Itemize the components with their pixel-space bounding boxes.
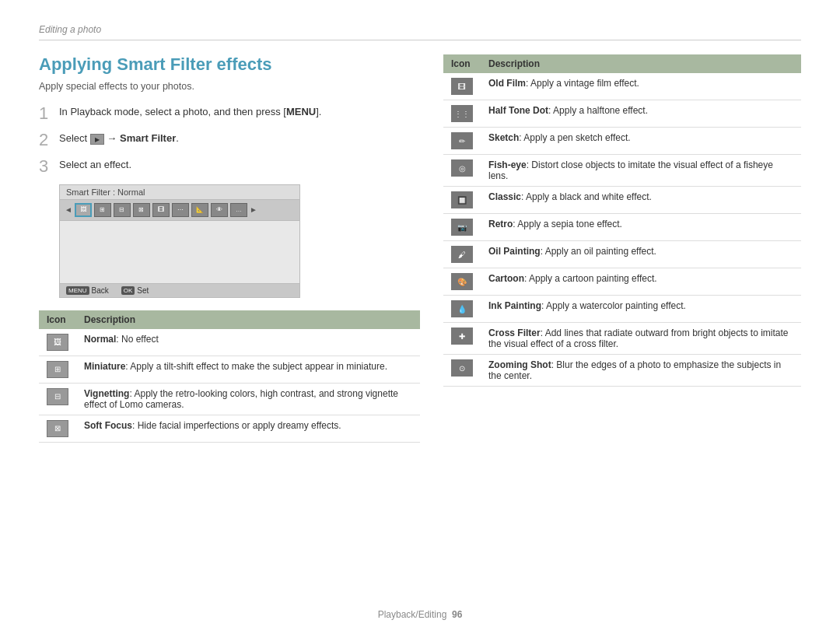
effect-classic-name: Classic xyxy=(488,191,521,202)
row-icon: ⋮⋮ xyxy=(443,100,481,128)
smart-filter-ui-box: Smart Filter : Normal ◄ 🖼 ⊞ ⊟ ⊠ 🎞 ⋯ 📐 👁 … xyxy=(59,184,300,298)
sf-bottom-bar: MENU Back OK Set xyxy=(60,283,299,297)
sf-set-btn[interactable]: OK Set xyxy=(121,286,149,295)
sf-icon-old-film[interactable]: 🎞 xyxy=(152,203,170,217)
breadcrumb: Editing a photo xyxy=(39,24,101,35)
left-header-icon: Icon xyxy=(39,310,76,329)
row-desc: Classic: Apply a black and white effect. xyxy=(481,187,801,214)
left-header-desc: Description xyxy=(76,310,420,329)
zooming-shot-icon-box: ⊙ xyxy=(451,359,473,377)
effect-cartoon-name: Cartoon xyxy=(488,273,524,284)
vignetting-icon-box: ⊟ xyxy=(47,388,68,405)
table-row: ⋮⋮ Half Tone Dot: Apply a halftone effec… xyxy=(443,100,801,128)
row-desc: Half Tone Dot: Apply a halftone effect. xyxy=(481,100,801,128)
row-desc: Oil Painting: Apply an oil painting effe… xyxy=(481,241,801,268)
effect-zooming-shot-name: Zooming Shot xyxy=(488,359,551,370)
cross-filter-icon-box: ✚ xyxy=(451,328,473,345)
retro-icon-box: 📷 xyxy=(451,219,473,236)
page: Editing a photo Applying Smart Filter ef… xyxy=(0,0,840,634)
table-row: 🖼 Normal: No effect xyxy=(39,329,420,356)
row-icon: 🖌 xyxy=(443,241,481,268)
table-row: ⊠ Soft Focus: Hide facial imperfections … xyxy=(39,415,420,442)
table-row: ✚ Cross Filter: Add lines that radiate o… xyxy=(443,323,801,355)
row-desc: Cartoon: Apply a cartoon painting effect… xyxy=(481,268,801,296)
sf-icon-halftone[interactable]: ⋯ xyxy=(172,203,189,217)
row-icon: 🔲 xyxy=(443,187,481,214)
row-desc: Normal: No effect xyxy=(76,329,420,356)
row-desc: Miniature: Apply a tilt-shift effect to … xyxy=(76,356,420,383)
row-icon: 💧 xyxy=(443,296,481,323)
menu-bold: MENU xyxy=(286,106,316,117)
row-icon: ◎ xyxy=(443,155,481,187)
table-row: 🎞 Old Film: Apply a vintage film effect. xyxy=(443,73,801,100)
footer: Playback/Editing 96 xyxy=(0,609,840,620)
smart-filter-bold: Smart Filter xyxy=(120,132,176,144)
ok-badge: OK xyxy=(121,286,135,295)
sf-back-label: Back xyxy=(92,286,109,295)
sf-icon-soft-focus[interactable]: ⊠ xyxy=(133,203,150,217)
table-row: 🎨 Cartoon: Apply a cartoon painting effe… xyxy=(443,268,801,296)
sf-preview-area xyxy=(60,221,299,283)
left-table-header-row: Icon Description xyxy=(39,310,420,329)
step-2-text: Select ▶ → Smart Filter. xyxy=(59,131,179,146)
sf-icon-sketch[interactable]: 📐 xyxy=(191,203,208,217)
sf-icon-miniature[interactable]: ⊞ xyxy=(94,203,111,217)
sf-back-btn[interactable]: MENU Back xyxy=(66,286,109,295)
right-table-header-row: Icon Description xyxy=(443,54,801,73)
right-column: Icon Description 🎞 Old Film: Apply a vin… xyxy=(443,54,801,454)
table-row: ✏ Sketch: Apply a pen sketch effect. xyxy=(443,128,801,155)
left-effect-table: Icon Description 🖼 Normal: No effect ⊞ M… xyxy=(39,310,420,443)
step-2: 2 Select ▶ → Smart Filter. xyxy=(39,131,420,149)
sf-icon-vignetting[interactable]: ⊟ xyxy=(114,203,131,217)
old-film-icon-box: 🎞 xyxy=(451,78,473,95)
table-row: 🔲 Classic: Apply a black and white effec… xyxy=(443,187,801,214)
row-desc: Fish-eye: Distort close objects to imita… xyxy=(481,155,801,187)
effect-sketch-name: Sketch xyxy=(488,132,519,143)
row-icon: ✚ xyxy=(443,323,481,355)
effect-fisheye-name: Fish-eye xyxy=(488,159,527,170)
row-desc: Retro: Apply a sepia tone effect. xyxy=(481,214,801,241)
effect-halftone-name: Half Tone Dot xyxy=(488,105,548,116)
sketch-icon-box: ✏ xyxy=(451,132,473,149)
normal-icon-box: 🖼 xyxy=(47,334,68,351)
row-icon: ⊠ xyxy=(39,415,76,442)
row-desc: Vignetting: Apply the retro-looking colo… xyxy=(76,383,420,415)
sf-icon-normal[interactable]: 🖼 xyxy=(75,203,92,217)
row-desc: Zooming Shot: Blur the edges of a photo … xyxy=(481,355,801,387)
sf-icon-more[interactable]: … xyxy=(230,203,247,217)
table-row: ⊞ Miniature: Apply a tilt-shift effect t… xyxy=(39,356,420,383)
left-column: Applying Smart Filter effects Apply spec… xyxy=(39,54,420,454)
row-icon: 🖼 xyxy=(39,329,76,356)
cartoon-icon-box: 🎨 xyxy=(451,273,473,290)
row-desc: Old Film: Apply a vintage film effect. xyxy=(481,73,801,100)
step-3: 3 Select an effect. xyxy=(39,157,420,176)
right-header-desc: Description xyxy=(481,54,801,73)
effect-vignetting-name: Vignetting xyxy=(84,388,129,399)
step-3-text: Select an effect. xyxy=(59,157,131,173)
step-1-num: 1 xyxy=(39,104,53,123)
subtitle: Apply special effects to your photos. xyxy=(39,81,420,92)
step-3-num: 3 xyxy=(39,157,53,176)
effect-normal-name: Normal xyxy=(84,334,116,345)
miniature-icon-box: ⊞ xyxy=(47,361,68,378)
footer-text: Playback/Editing xyxy=(378,609,447,620)
menu-badge: MENU xyxy=(66,286,89,295)
row-icon: ⊞ xyxy=(39,356,76,383)
oil-painting-icon-box: 🖌 xyxy=(451,246,473,263)
row-desc: Cross Filter: Add lines that radiate out… xyxy=(481,323,801,355)
sf-left-arrow[interactable]: ◄ xyxy=(65,205,72,214)
footer-page: 96 xyxy=(452,609,462,620)
row-icon: 📷 xyxy=(443,214,481,241)
effect-oil-painting-name: Oil Painting xyxy=(488,246,541,257)
row-icon: 🎞 xyxy=(443,73,481,100)
soft-focus-icon-box: ⊠ xyxy=(47,420,68,437)
smart-filter-icon: ▶ xyxy=(90,134,104,145)
effect-miniature-name: Miniature xyxy=(84,361,125,372)
right-header-icon: Icon xyxy=(443,54,481,73)
effect-ink-painting-name: Ink Painting xyxy=(488,300,541,311)
sf-right-arrow[interactable]: ► xyxy=(250,205,257,214)
row-icon: ⊟ xyxy=(39,383,76,415)
sf-icon-fisheye[interactable]: 👁 xyxy=(211,203,228,217)
classic-icon-box: 🔲 xyxy=(451,191,473,208)
effect-old-film-name: Old Film xyxy=(488,78,526,89)
